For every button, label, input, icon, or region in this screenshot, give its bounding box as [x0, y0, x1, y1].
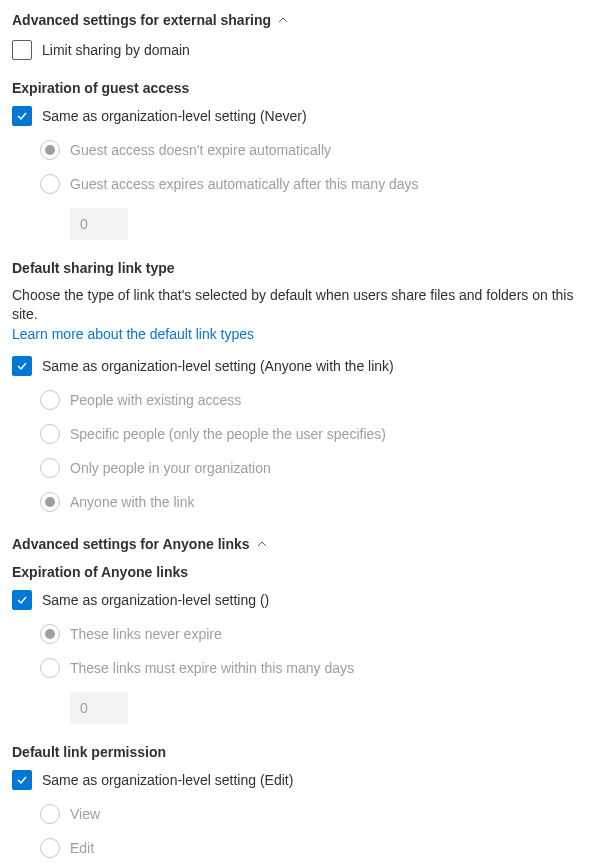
linktype-anyone-radio	[40, 492, 60, 512]
guest-same-as-org-label: Same as organization-level setting (Neve…	[42, 108, 307, 124]
guest-never-label: Guest access doesn't expire automaticall…	[70, 142, 331, 158]
anyone-expiration-heading: Expiration of Anyone links	[12, 564, 595, 580]
anyone-days-label: These links must expire within this many…	[70, 660, 354, 676]
external-sharing-title: Advanced settings for external sharing	[12, 12, 271, 28]
permission-same-as-org-checkbox[interactable]	[12, 770, 32, 790]
permission-view-radio	[40, 804, 60, 824]
permission-edit-radio	[40, 838, 60, 858]
learn-more-link[interactable]: Learn more about the default link types	[12, 326, 254, 342]
linktype-existing-radio	[40, 390, 60, 410]
default-permission-heading: Default link permission	[12, 744, 595, 760]
permission-view-label: View	[70, 806, 100, 822]
anyone-same-as-org-label: Same as organization-level setting ()	[42, 592, 269, 608]
anyone-links-title: Advanced settings for Anyone links	[12, 536, 250, 552]
anyone-days-radio	[40, 658, 60, 678]
linktype-org-radio	[40, 458, 60, 478]
permission-edit-label: Edit	[70, 840, 94, 856]
chevron-up-icon	[256, 538, 268, 550]
guest-never-radio	[40, 140, 60, 160]
permission-same-as-org-label: Same as organization-level setting (Edit…	[42, 772, 293, 788]
linktype-org-label: Only people in your organization	[70, 460, 271, 476]
linktype-existing-label: People with existing access	[70, 392, 241, 408]
guest-expiration-heading: Expiration of guest access	[12, 80, 595, 96]
guest-days-radio	[40, 174, 60, 194]
default-link-type-description: Choose the type of link that's selected …	[12, 286, 595, 324]
chevron-up-icon	[277, 14, 289, 26]
linktype-specific-label: Specific people (only the people the use…	[70, 426, 386, 442]
guest-days-input: 0	[70, 208, 128, 240]
anyone-never-radio	[40, 624, 60, 644]
guest-days-label: Guest access expires automatically after…	[70, 176, 419, 192]
anyone-days-input: 0	[70, 692, 128, 724]
external-sharing-header[interactable]: Advanced settings for external sharing	[12, 12, 595, 28]
anyone-never-label: These links never expire	[70, 626, 222, 642]
linktype-anyone-label: Anyone with the link	[70, 494, 195, 510]
linktype-specific-radio	[40, 424, 60, 444]
anyone-links-header[interactable]: Advanced settings for Anyone links	[12, 536, 595, 552]
default-link-type-heading: Default sharing link type	[12, 260, 595, 276]
linktype-same-as-org-checkbox[interactable]	[12, 356, 32, 376]
limit-domain-checkbox[interactable]	[12, 40, 32, 60]
anyone-same-as-org-checkbox[interactable]	[12, 590, 32, 610]
limit-domain-label: Limit sharing by domain	[42, 42, 190, 58]
linktype-same-as-org-label: Same as organization-level setting (Anyo…	[42, 358, 394, 374]
guest-same-as-org-checkbox[interactable]	[12, 106, 32, 126]
